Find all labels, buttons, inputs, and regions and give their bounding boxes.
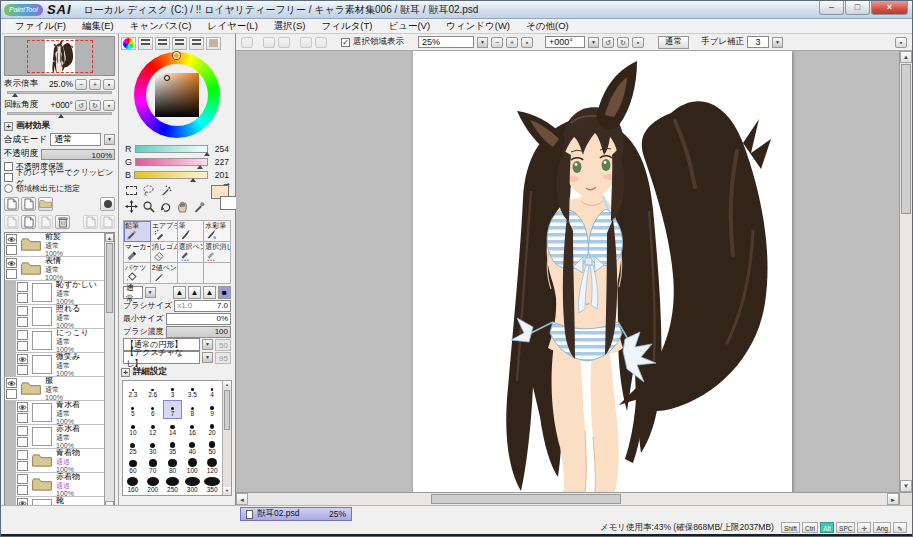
brush-tool[interactable]: 筆: [178, 221, 205, 242]
scroll-right-icon[interactable]: ►: [887, 493, 899, 505]
fill-layer-button[interactable]: [100, 215, 115, 229]
menu-item[interactable]: レイヤー(L): [200, 19, 266, 34]
brush-tool[interactable]: [204, 263, 231, 284]
layer-row[interactable]: 青水着 通常 100%: [16, 401, 104, 425]
rgb-slider-tab-icon[interactable]: [138, 37, 153, 50]
brush-size-option[interactable]: 8: [182, 400, 202, 419]
nav-zoom-slider[interactable]: [7, 91, 112, 94]
layer-thumbnail[interactable]: [30, 283, 54, 303]
layer-option-box[interactable]: [6, 269, 17, 279]
layer-thumbnail[interactable]: [30, 307, 54, 327]
saturation-value-box[interactable]: [155, 73, 199, 117]
brush-size-option[interactable]: 300: [182, 476, 202, 495]
selection-op-button-3[interactable]: [278, 37, 290, 48]
scroll-thumb[interactable]: [901, 64, 911, 214]
hsv-slider-tab-icon[interactable]: [155, 37, 170, 50]
layer-row[interactable]: 照れる 通常 100%: [16, 305, 104, 329]
brush-size-option[interactable]: 4: [202, 381, 222, 400]
brush-size-option[interactable]: 200: [143, 476, 163, 495]
brush-size-option[interactable]: 6: [143, 400, 163, 419]
layer-option-box[interactable]: [17, 317, 28, 327]
brush-tool[interactable]: エアブラシ: [151, 221, 178, 242]
rotate-ccw-button[interactable]: ↺: [602, 37, 614, 48]
brush-size-option[interactable]: 5: [123, 400, 143, 419]
copy-layer-button[interactable]: [21, 215, 36, 229]
canvas-zoom-dropdown-icon[interactable]: ▼: [477, 37, 488, 48]
show-selection-checkbox[interactable]: ✓: [341, 38, 350, 47]
layer-list[interactable]: ▲ ▼ 前髪: [4, 232, 115, 511]
density-slider[interactable]: 100: [166, 326, 231, 338]
canvas-vertical-scrollbar[interactable]: ▲ ▼: [899, 51, 912, 492]
layer-thumbnail[interactable]: [30, 355, 54, 375]
edge-hard-button[interactable]: ▲: [173, 286, 186, 299]
layer-mask-button[interactable]: [100, 197, 115, 211]
move-tool[interactable]: [124, 199, 138, 213]
brush-size-option[interactable]: 400: [123, 495, 143, 496]
stabilizer-field[interactable]: 3: [747, 36, 769, 48]
brush-tool[interactable]: [178, 263, 205, 284]
brush-tool[interactable]: 消しゴム: [151, 242, 178, 263]
nav-zoom-reset-button[interactable]: ▪: [103, 79, 115, 90]
canvas-document[interactable]: [413, 51, 792, 492]
layer-option-box[interactable]: [17, 461, 28, 471]
brush-size-option[interactable]: 250: [163, 476, 183, 495]
brush-size-option[interactable]: 100: [182, 457, 202, 476]
scroll-down-icon[interactable]: ▼: [900, 480, 912, 492]
menu-item[interactable]: 選択(S): [266, 19, 314, 34]
brush-size-option[interactable]: 3: [163, 381, 183, 400]
layer-thumbnail[interactable]: [19, 235, 43, 255]
brush-size-option[interactable]: 30: [143, 438, 163, 457]
layer-visibility-toggle[interactable]: [6, 234, 17, 244]
magic-wand-tool[interactable]: [158, 183, 172, 197]
selection-source-radio[interactable]: [4, 184, 13, 193]
marquee-tool[interactable]: [124, 183, 138, 197]
g-slider[interactable]: [135, 158, 208, 166]
brush-tool[interactable]: 選択ペン: [178, 242, 205, 263]
layer-thumbnail[interactable]: [19, 259, 43, 279]
opacity-slider[interactable]: 100%: [41, 149, 115, 160]
brush-size-option[interactable]: 2.3: [123, 381, 143, 400]
selection-op-button-2[interactable]: [263, 37, 275, 48]
menu-item[interactable]: ファイル(F): [7, 19, 74, 34]
rotate-cw-button[interactable]: ↻: [617, 37, 629, 48]
sv-marker[interactable]: [164, 75, 170, 81]
selection-op-button-1[interactable]: [241, 37, 253, 48]
layer-row[interactable]: にっこり 通常 100%: [16, 329, 104, 353]
brush-size-multiplier[interactable]: x1.0: [177, 301, 192, 310]
scroll-up-icon[interactable]: ▲: [223, 381, 231, 389]
scroll-thumb[interactable]: [224, 390, 230, 430]
rotate-tool[interactable]: [158, 199, 172, 213]
brush-tool[interactable]: 2値ペン: [151, 263, 178, 284]
stabilizer-dropdown-icon[interactable]: ▼: [772, 37, 783, 48]
zoom-reset-button[interactable]: ▪: [521, 37, 533, 48]
new-vector-layer-button[interactable]: [21, 197, 36, 211]
delete-layer-button[interactable]: [55, 215, 70, 229]
layer-visibility-toggle[interactable]: [17, 402, 28, 412]
brush-size-option[interactable]: 80: [163, 457, 183, 476]
blend-mode-dropdown-icon[interactable]: ▼: [104, 134, 115, 145]
layer-thumbnail[interactable]: [19, 379, 43, 399]
layer-visibility-toggle[interactable]: [17, 354, 28, 364]
nav-angle-slider[interactable]: [7, 112, 112, 115]
minimize-button[interactable]: –: [819, 1, 844, 15]
brush-shape-dropdown-icon[interactable]: ▼: [202, 339, 213, 350]
eyedropper-tool[interactable]: [192, 199, 206, 213]
brush-size-option[interactable]: 2.6: [143, 381, 163, 400]
brush-size-option[interactable]: 10: [123, 419, 143, 438]
brush-tool[interactable]: 鉛筆: [124, 221, 151, 242]
protect-opacity-checkbox[interactable]: [4, 162, 13, 171]
layer-option-box[interactable]: [17, 437, 28, 447]
layer-visibility-toggle[interactable]: [17, 426, 28, 436]
layer-row[interactable]: 赤水着 通常 100%: [16, 425, 104, 449]
brush-size-option[interactable]: 20: [202, 419, 222, 438]
mixer-tab-icon[interactable]: [172, 37, 187, 50]
layer-visibility-toggle[interactable]: [6, 378, 17, 388]
brush-size-option[interactable]: 350: [202, 476, 222, 495]
selection-op-button-5[interactable]: [315, 37, 327, 48]
brush-size-option[interactable]: 3.5: [182, 381, 202, 400]
lasso-tool[interactable]: [141, 183, 155, 197]
edge-square-button[interactable]: ■: [218, 286, 231, 299]
layer-visibility-toggle[interactable]: [17, 330, 28, 340]
min-size-field[interactable]: 0%: [166, 313, 231, 325]
brush-blend-select[interactable]: 通常: [123, 286, 143, 299]
